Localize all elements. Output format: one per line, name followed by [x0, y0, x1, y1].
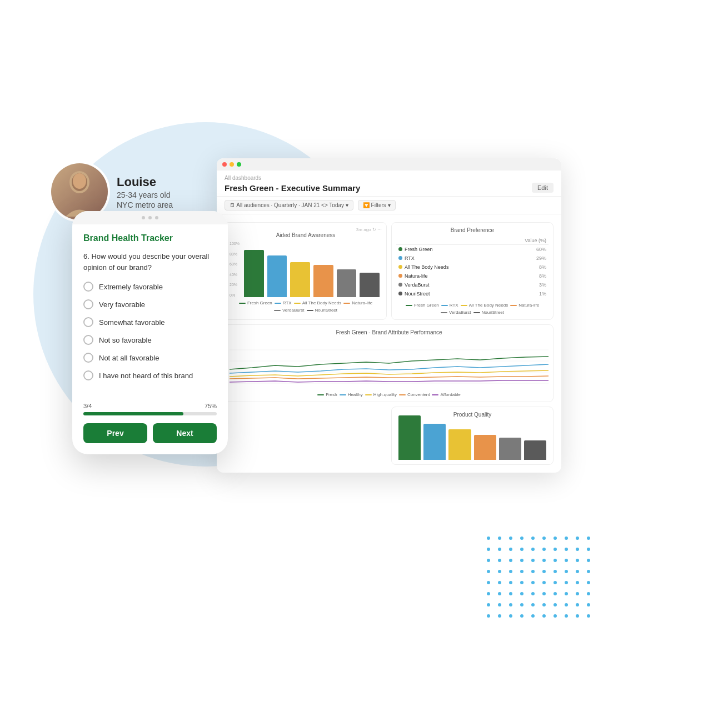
radio-circle	[83, 353, 93, 363]
radio-option[interactable]: Not at all favorable	[83, 353, 217, 363]
svg-point-2	[73, 173, 86, 189]
product-bar	[474, 435, 496, 460]
brand-attribute-card: Fresh Green - Brand Attribute Performanc…	[225, 324, 554, 402]
phone-dot-3	[155, 216, 158, 219]
product-bar	[423, 424, 446, 460]
awareness-bar	[360, 273, 380, 297]
attribute-legend-item: Fresh	[317, 392, 337, 397]
next-button[interactable]: Next	[153, 423, 217, 443]
edit-button[interactable]: Edit	[532, 183, 554, 193]
radio-circle	[83, 317, 93, 327]
pref-legend-item: RTX	[441, 303, 458, 308]
brand-preference-table: Value (%) Fresh Green60%RTX29%All The Bo…	[396, 237, 549, 298]
product-bar	[448, 429, 471, 460]
brand-preference-card: Brand Preference Value (%) Fresh Green60…	[391, 222, 554, 320]
pref-legend: Fresh GreenRTXAll The Body NeedsNatura-l…	[396, 303, 549, 315]
attribute-legend-item: Convenient	[399, 392, 430, 397]
awareness-bar	[267, 255, 287, 297]
pref-legend-item: VerdaBurst	[441, 310, 471, 315]
dashboard-filters: 🗓 All audiences · Quarterly · JAN 21 <> …	[217, 197, 561, 214]
awareness-bar	[290, 262, 310, 297]
window-maximize-dot	[237, 162, 241, 167]
product-quality-bar-chart	[396, 421, 549, 460]
product-bar	[524, 440, 546, 460]
dashboard-top-bar	[217, 158, 561, 171]
attribute-legend-item: Affordable	[432, 392, 460, 397]
line-chart-area	[230, 339, 549, 389]
radio-option[interactable]: Extremely favorable	[83, 282, 217, 292]
phone-mockup: Brand Health Tracker 6. How would you de…	[72, 211, 228, 454]
phone-dot-2	[148, 216, 152, 219]
phone-buttons: Prev Next	[72, 415, 228, 443]
filter-chip-date[interactable]: 🗓 All audiences · Quarterly · JAN 21 <> …	[225, 200, 353, 210]
progress-current: 3/4	[83, 403, 92, 409]
pref-row: All The Body Needs8%	[396, 263, 549, 272]
dashboard-header: All dashboards Fresh Green - Executive S…	[217, 171, 561, 197]
breadcrumb: All dashboards	[225, 175, 554, 181]
person-location: NYC metro area	[117, 200, 173, 209]
line-chart-svg	[230, 339, 549, 389]
attribute-legend: FreshHealthyHigh-qualityConvenientAfford…	[230, 392, 549, 397]
brand-preference-title: Brand Preference	[396, 227, 549, 233]
product-bar	[499, 438, 521, 460]
attribute-legend-item: High-quality	[365, 392, 397, 397]
pref-legend-item: All The Body Needs	[461, 303, 508, 308]
window-minimize-dot	[230, 162, 234, 167]
awareness-bar	[313, 265, 333, 297]
radio-option[interactable]: I have not heard of this brand	[83, 370, 217, 380]
awareness-bar	[244, 250, 264, 297]
person-name: Louise	[117, 175, 173, 189]
prev-button[interactable]: Prev	[83, 423, 147, 443]
legend-item: All The Body Needs	[294, 300, 342, 305]
legend-item: Fresh Green	[239, 300, 272, 305]
radio-option[interactable]: Somewhat favorable	[83, 317, 217, 327]
pref-legend-item: Fresh Green	[406, 303, 439, 308]
radio-circle	[83, 370, 93, 380]
legend-item: NouriStreet	[307, 308, 337, 313]
brand-tracker-title: Brand Health Tracker	[83, 233, 217, 243]
phone-dot-1	[142, 216, 145, 219]
y-axis-labels: 100% 80% 60% 40% 20% 0%	[230, 242, 240, 297]
filter-chip-filters[interactable]: 🔽 Filters ▾	[358, 200, 396, 210]
person-info: Louise 25-34 years old NYC metro area	[117, 175, 173, 209]
pref-row: Natura-life8%	[396, 272, 549, 280]
pref-row: RTX29%	[396, 254, 549, 263]
window-close-dot	[222, 162, 227, 167]
awareness-bar	[337, 269, 357, 297]
dashboard-panel: All dashboards Fresh Green - Executive S…	[217, 158, 561, 473]
radio-option[interactable]: Not so favorable	[83, 335, 217, 345]
radio-circle	[83, 299, 93, 309]
person-age: 25-34 years old	[117, 190, 173, 199]
product-bar	[398, 415, 421, 460]
dashboard-body: 3m ago ↻ ⋯ Aided Brand Awareness 100% 80…	[217, 214, 561, 473]
aided-brand-awareness-title: Aided Brand Awareness	[230, 232, 382, 238]
radio-options: Extremely favorableVery favorableSomewha…	[83, 282, 217, 380]
dashboard-title: Fresh Green - Executive Summary	[225, 183, 360, 193]
legend-item: Natura-life	[343, 300, 372, 305]
phone-top-bar	[72, 211, 228, 224]
legend-item: VerdaBurst	[274, 308, 305, 313]
awareness-legend: Fresh GreenRTXAll The Body NeedsNatura-l…	[230, 300, 382, 313]
progress-section: 3/4 75%	[72, 397, 228, 415]
legend-item: RTX	[275, 300, 292, 305]
product-quality-card: Product Quality	[391, 407, 554, 465]
phone-content: Brand Health Tracker 6. How would you de…	[72, 224, 228, 397]
pref-row: VerdaBurst3%	[396, 280, 549, 289]
progress-label: 3/4 75%	[83, 403, 217, 409]
aided-brand-awareness-card: 3m ago ↻ ⋯ Aided Brand Awareness 100% 80…	[225, 222, 387, 320]
title-row: Fresh Green - Executive Summary Edit	[225, 183, 554, 193]
radio-circle	[83, 335, 93, 345]
pref-legend-item: NouriStreet	[473, 310, 504, 315]
question-text: 6. How would you describe your overall o…	[83, 251, 217, 273]
card-time: 3m ago ↻ ⋯	[230, 227, 382, 232]
pref-row: Fresh Green60%	[396, 245, 549, 254]
pref-row: NouriStreet1%	[396, 289, 549, 298]
progress-percent: 75%	[205, 403, 217, 409]
aided-awareness-bar-chart	[242, 242, 382, 297]
radio-circle	[83, 282, 93, 292]
dot-grid-decoration: (function(){ const grid = document.query…	[487, 537, 595, 622]
brand-attribute-title: Fresh Green - Brand Attribute Performanc…	[230, 329, 549, 335]
radio-option[interactable]: Very favorable	[83, 299, 217, 309]
attribute-legend-item: Healthy	[340, 392, 363, 397]
pref-legend-item: Natura-life	[510, 303, 539, 308]
